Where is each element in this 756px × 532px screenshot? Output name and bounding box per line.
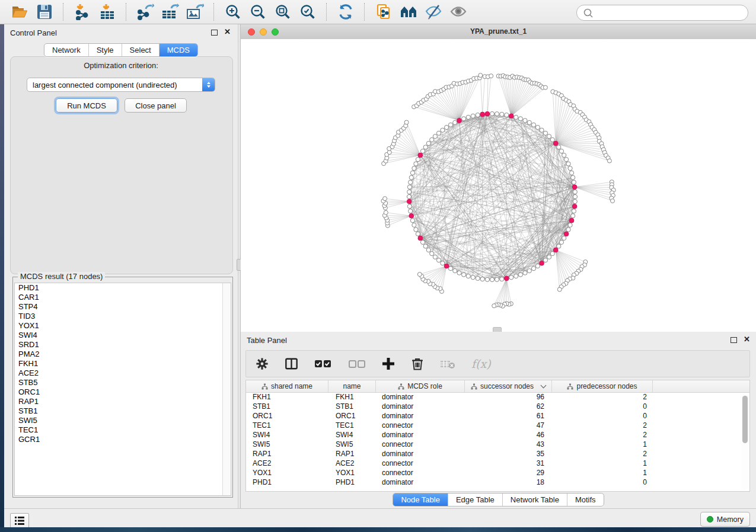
list-scrollbar[interactable] — [222, 283, 231, 495]
table-row[interactable]: STB1STB1dominator620 — [246, 402, 749, 411]
toolbar-separator — [63, 3, 64, 21]
table-row[interactable]: FKH1FKH1dominator962 — [246, 392, 749, 402]
table-row[interactable]: PHD1PHD1dominator180 — [246, 477, 749, 487]
cell-successor-nodes: 47 — [465, 421, 552, 430]
tab-network[interactable]: Network — [44, 44, 88, 56]
export-image-icon[interactable] — [185, 2, 205, 21]
zoom-selected-icon[interactable] — [298, 2, 318, 21]
close-panel-icon[interactable]: ✕ — [224, 28, 231, 36]
column-header-MCDS-role[interactable]: MCDS role — [376, 380, 465, 392]
clone-network-icon[interactable] — [374, 2, 394, 21]
tab-motifs[interactable]: Motifs — [567, 493, 604, 506]
mcds-result-node[interactable]: PMA2 — [15, 350, 231, 359]
network-graph[interactable] — [241, 39, 756, 332]
close-panel-icon[interactable]: ✕ — [744, 335, 750, 344]
cell-predecessor-nodes: 2 — [552, 449, 653, 459]
table-row[interactable]: TEC1TEC1connector472 — [246, 421, 749, 430]
cell-name: SWI5 — [328, 440, 376, 449]
tab-mcds[interactable]: MCDS — [159, 44, 197, 56]
table-row[interactable]: SWI4SWI4dominator462 — [246, 430, 749, 440]
control-panel-tabs: NetworkStyleSelectMCDS — [44, 43, 198, 57]
float-panel-icon[interactable] — [731, 337, 737, 343]
mcds-result-node[interactable]: SWI5 — [15, 416, 231, 425]
cell-predecessor-nodes: 1 — [552, 459, 653, 468]
search-input[interactable] — [597, 7, 748, 20]
deselect-all-icon[interactable] — [348, 358, 366, 369]
mcds-result-node[interactable]: ACE2 — [15, 368, 231, 378]
cell-MCDS-role: connector — [376, 421, 465, 430]
open-file-icon[interactable] — [9, 2, 30, 21]
mcds-result-node[interactable]: PHD1 — [15, 283, 231, 293]
memory-button[interactable]: Memory — [700, 512, 750, 527]
table-scrollbar[interactable] — [742, 395, 748, 489]
search-field[interactable] — [576, 5, 748, 21]
mcds-result-node[interactable]: STP4 — [15, 302, 231, 312]
float-panel-icon[interactable] — [211, 30, 218, 36]
mcds-result-node[interactable]: TID3 — [15, 312, 231, 321]
import-network-icon[interactable] — [72, 2, 92, 21]
mcds-result-node[interactable]: GCR1 — [15, 435, 231, 444]
mcds-result-list[interactable]: PHD1CAR1STP4TID3YOX1SWI4SRD1PMA2FKH1ACE2… — [14, 283, 231, 496]
column-header-name[interactable]: name — [328, 380, 376, 392]
apply-layout-icon[interactable] — [336, 2, 356, 21]
tab-network-table[interactable]: Network Table — [502, 493, 567, 506]
mcds-result-node[interactable]: FKH1 — [15, 359, 231, 368]
table-panel: Table Panel ✕ f(x) shared namenameMCDS r… — [241, 332, 756, 508]
task-history-button[interactable] — [10, 513, 29, 528]
cell-MCDS-role: dominator — [376, 411, 465, 421]
mcds-result-node[interactable]: STB1 — [15, 406, 231, 416]
mcds-result-node[interactable]: ORC1 — [15, 387, 231, 397]
mcds-result-node[interactable]: SWI4 — [15, 331, 231, 340]
import-table-icon[interactable] — [97, 2, 117, 21]
column-settings-gear-icon[interactable] — [256, 357, 269, 370]
show-column-panel-icon[interactable] — [285, 357, 298, 370]
network-window-titlebar[interactable]: YPA_prune.txt_1 — [241, 24, 756, 40]
mcds-result-node[interactable]: RAP1 — [15, 397, 231, 406]
table-row[interactable]: RAP1RAP1dominator352 — [246, 449, 749, 459]
select-all-icon[interactable] — [314, 358, 332, 369]
run-mcds-button[interactable]: Run MCDS — [56, 98, 117, 113]
table-row[interactable]: YOX1YOX1connector291 — [246, 468, 749, 477]
zoom-in-icon[interactable] — [223, 2, 243, 21]
show-graphics-details-icon[interactable] — [448, 2, 468, 21]
hide-graphics-details-icon[interactable] — [423, 2, 444, 21]
export-table-icon[interactable] — [160, 2, 180, 21]
column-header-predecessor-nodes[interactable]: predecessor nodes — [552, 380, 653, 392]
save-session-icon[interactable] — [34, 2, 55, 21]
mcds-result-node[interactable]: YOX1 — [15, 321, 231, 331]
mcds-result-node[interactable]: STB5 — [15, 378, 231, 387]
tab-node-table[interactable]: Node Table — [393, 493, 448, 506]
table-row[interactable]: SWI5SWI5connector431 — [246, 440, 749, 449]
mcds-result-node[interactable]: SRD1 — [15, 340, 231, 350]
cell-MCDS-role: connector — [376, 459, 465, 468]
delete-column-icon[interactable] — [411, 357, 424, 371]
cell-predecessor-nodes: 2 — [552, 430, 653, 440]
column-header-shared-name[interactable]: shared name — [246, 380, 328, 392]
cell-successor-nodes: 61 — [465, 411, 552, 421]
task-list-icon — [14, 516, 25, 525]
control-panel: Control Panel ✕ NetworkStyleSelectMCDS O… — [4, 24, 238, 508]
cell-successor-nodes: 18 — [465, 477, 552, 487]
mcds-result-node[interactable]: CAR1 — [15, 293, 231, 302]
network-canvas[interactable] — [241, 39, 756, 332]
zoom-fit-icon[interactable] — [273, 2, 293, 21]
column-header-filler — [653, 380, 749, 392]
optimization-criterion-select[interactable]: largest connected component (undirected) — [27, 78, 215, 92]
first-neighbors-icon[interactable] — [398, 2, 419, 21]
mcds-result-node[interactable]: TEC1 — [15, 425, 231, 435]
cell-MCDS-role: connector — [376, 440, 465, 449]
table-row[interactable]: ACE2ACE2connector311 — [246, 459, 749, 468]
zoom-out-icon[interactable] — [248, 2, 268, 21]
export-network-icon[interactable] — [135, 2, 155, 21]
column-header-successor-nodes[interactable]: successor nodes — [465, 380, 552, 392]
tab-edge-table[interactable]: Edge Table — [448, 493, 502, 506]
cell-MCDS-role: dominator — [376, 430, 465, 440]
close-panel-button[interactable]: Close panel — [125, 98, 187, 113]
table-row[interactable]: ORC1ORC1dominator610 — [246, 411, 749, 421]
cell-shared-name: YOX1 — [246, 468, 328, 477]
table-scrollbar-thumb[interactable] — [742, 396, 748, 443]
create-column-icon[interactable] — [382, 357, 395, 370]
tab-select[interactable]: Select — [122, 44, 159, 56]
tab-style[interactable]: Style — [88, 44, 122, 56]
toolbar-separator — [364, 3, 365, 21]
